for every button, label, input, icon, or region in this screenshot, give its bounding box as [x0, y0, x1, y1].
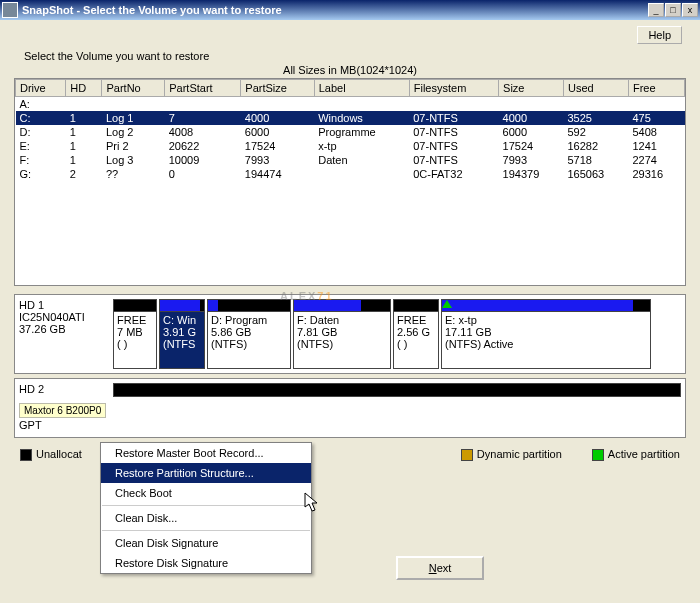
partition-label: FREE7 MB( ) — [114, 312, 156, 368]
table-row[interactable]: F:1Log 3100097993Daten07-NTFS79935718227… — [16, 153, 685, 167]
table-cell: 1241 — [628, 139, 684, 153]
table-cell: 4000 — [499, 111, 564, 125]
table-cell: 592 — [564, 125, 629, 139]
swatch-active — [592, 449, 604, 461]
table-cell: ?? — [102, 167, 165, 181]
table-cell: E: — [16, 139, 66, 153]
table-cell: 2274 — [628, 153, 684, 167]
table-cell: C: — [16, 111, 66, 125]
table-cell: 5408 — [628, 125, 684, 139]
table-cell: Log 3 — [102, 153, 165, 167]
table-cell — [564, 97, 629, 112]
menu-item[interactable]: Clean Disk Signature — [101, 533, 311, 553]
column-header[interactable]: HD — [66, 80, 102, 97]
column-header[interactable]: Size — [499, 80, 564, 97]
partition-label: C: Win3.91 G(NTFS — [160, 312, 204, 368]
column-header[interactable]: PartStart — [165, 80, 241, 97]
hd2-name: HD 2 — [19, 383, 109, 395]
table-cell: F: — [16, 153, 66, 167]
maximize-button[interactable]: □ — [665, 3, 681, 17]
menu-item[interactable]: Clean Disk... — [101, 508, 311, 528]
partition[interactable]: F: Daten7.81 GB(NTFS) — [293, 299, 391, 369]
table-cell: 20622 — [165, 139, 241, 153]
partition[interactable]: E: x-tp17.11 GB(NTFS) Active — [441, 299, 651, 369]
table-row[interactable]: G:2??01944740C-FAT3219437916506329316 — [16, 167, 685, 181]
close-button[interactable]: x — [682, 3, 698, 17]
table-row[interactable]: C:1Log 174000Windows07-NTFS40003525475 — [16, 111, 685, 125]
column-header[interactable]: Label — [314, 80, 409, 97]
table-cell: 3525 — [564, 111, 629, 125]
hd2-bar[interactable] — [113, 383, 681, 397]
table-cell: 10009 — [165, 153, 241, 167]
table-cell: 07-NTFS — [409, 125, 498, 139]
column-header[interactable]: Filesystem — [409, 80, 498, 97]
table-cell: 17524 — [499, 139, 564, 153]
table-cell: Programme — [314, 125, 409, 139]
sizes-note: All Sizes in MB(1024*1024) — [0, 64, 700, 78]
table-cell: Pri 2 — [102, 139, 165, 153]
partition-label: D: Program5.86 GB(NTFS) — [208, 312, 290, 368]
hd1-size: 37.26 GB — [19, 323, 109, 335]
column-header[interactable]: Used — [564, 80, 629, 97]
table-cell: 07-NTFS — [409, 153, 498, 167]
column-header[interactable]: Free — [628, 80, 684, 97]
partition-label: FREE2.56 G( ) — [394, 312, 438, 368]
table-cell: Daten — [314, 153, 409, 167]
volumes-table[interactable]: DriveHDPartNoPartStartPartSizeLabelFiles… — [14, 78, 686, 286]
minimize-button[interactable]: _ — [648, 3, 664, 17]
table-cell — [628, 97, 684, 112]
column-header[interactable]: Drive — [16, 80, 66, 97]
table-cell: Log 2 — [102, 125, 165, 139]
partition[interactable]: C: Win3.91 G(NTFS — [159, 299, 205, 369]
table-cell: 1 — [66, 153, 102, 167]
table-cell: 17524 — [241, 139, 314, 153]
table-row[interactable]: A: — [16, 97, 685, 112]
menu-item[interactable]: Check Boot — [101, 483, 311, 503]
table-row[interactable]: D:1Log 240086000Programme07-NTFS60005925… — [16, 125, 685, 139]
table-cell: 475 — [628, 111, 684, 125]
table-row[interactable]: E:1Pri 22062217524x-tp07-NTFS17524162821… — [16, 139, 685, 153]
hd2-type: GPT — [19, 419, 109, 431]
swatch-unallocated — [20, 449, 32, 461]
table-cell: 7993 — [499, 153, 564, 167]
table-cell: 1 — [66, 139, 102, 153]
help-button[interactable]: Help — [637, 26, 682, 44]
column-header[interactable]: PartNo — [102, 80, 165, 97]
partition[interactable]: D: Program5.86 GB(NTFS) — [207, 299, 291, 369]
partition-label: F: Daten7.81 GB(NTFS) — [294, 312, 390, 368]
table-cell: A: — [16, 97, 66, 112]
table-cell — [314, 167, 409, 181]
context-menu[interactable]: Restore Master Boot Record...Restore Par… — [100, 442, 312, 574]
window-title: SnapShot - Select the Volume you want to… — [22, 4, 648, 16]
table-cell — [314, 97, 409, 112]
menu-item[interactable]: Restore Disk Signature — [101, 553, 311, 573]
table-cell: 6000 — [499, 125, 564, 139]
table-cell — [241, 97, 314, 112]
table-cell — [165, 97, 241, 112]
hd1-model: IC25N040ATI — [19, 311, 109, 323]
next-button[interactable]: Next — [396, 556, 484, 580]
column-header[interactable]: PartSize — [241, 80, 314, 97]
table-cell: x-tp — [314, 139, 409, 153]
table-cell: 194474 — [241, 167, 314, 181]
table-cell: 6000 — [241, 125, 314, 139]
table-cell — [499, 97, 564, 112]
table-cell: 07-NTFS — [409, 139, 498, 153]
titlebar[interactable]: SnapShot - Select the Volume you want to… — [0, 0, 700, 20]
table-cell: 16282 — [564, 139, 629, 153]
instruction-text: Select the Volume you want to restore — [0, 46, 700, 64]
table-cell: 0 — [165, 167, 241, 181]
hd2-block[interactable]: HD 2 189.92 GB GPT Maxtor 6 B200P0 — [14, 378, 686, 438]
table-cell — [409, 97, 498, 112]
table-cell: 7993 — [241, 153, 314, 167]
partition[interactable]: FREE2.56 G( ) — [393, 299, 439, 369]
swatch-dynamic — [461, 449, 473, 461]
legend-unallocated: Unallocat — [36, 448, 82, 460]
table-cell — [66, 97, 102, 112]
menu-item[interactable]: Restore Master Boot Record... — [101, 443, 311, 463]
table-cell: Log 1 — [102, 111, 165, 125]
menu-item[interactable]: Restore Partition Structure... — [101, 463, 311, 483]
hd1-name: HD 1 — [19, 299, 109, 311]
table-cell: D: — [16, 125, 66, 139]
partition[interactable]: FREE7 MB( ) — [113, 299, 157, 369]
